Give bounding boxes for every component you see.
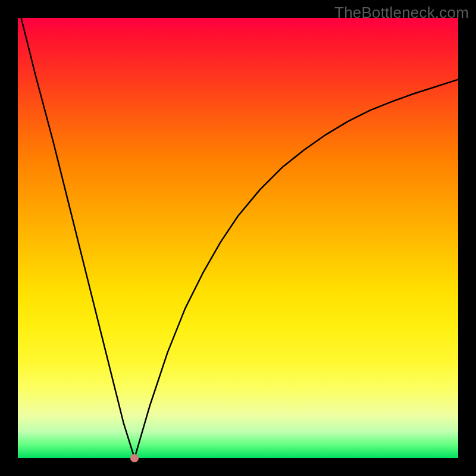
series-group	[18, 5, 458, 458]
plot-area	[18, 18, 458, 458]
curve-svg	[18, 18, 458, 458]
chart-frame: TheBottleneck.com	[0, 0, 476, 476]
bottleneck-curve	[18, 5, 458, 458]
minimum-marker	[130, 454, 139, 462]
